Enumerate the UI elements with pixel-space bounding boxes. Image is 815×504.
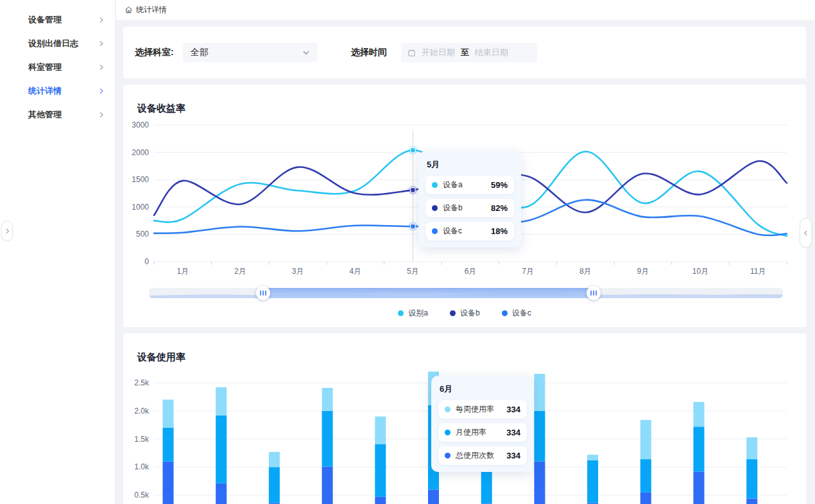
legend-item[interactable]: 设备b bbox=[450, 308, 480, 319]
dept-select[interactable]: 全部 bbox=[183, 43, 318, 62]
tooltip-row: 设备c18% bbox=[425, 222, 514, 240]
sidebar-expand-handle[interactable] bbox=[1, 221, 13, 241]
bar-segment-每周使用率 bbox=[269, 452, 280, 467]
tooltip-series-name: 月使用率 bbox=[456, 427, 486, 438]
x-axis-label: 4月 bbox=[349, 267, 361, 276]
chevron-right-icon bbox=[98, 17, 105, 23]
bar-segment-月使用率 bbox=[269, 467, 280, 503]
y-axis-label: 0.5k bbox=[134, 491, 150, 500]
bar-segment-月使用率 bbox=[481, 470, 492, 504]
highlight-dot bbox=[410, 224, 415, 229]
y-axis-label: 1000 bbox=[132, 203, 149, 212]
bar-segment-月使用率 bbox=[163, 428, 174, 462]
sidebar-item-label: 设备管理 bbox=[28, 14, 98, 26]
bar-segment-每周使用率 bbox=[322, 388, 333, 411]
y-axis-label: 1.5k bbox=[134, 435, 150, 444]
bar-segment-总使用次数 bbox=[694, 471, 705, 504]
chevron-down-icon bbox=[302, 49, 310, 56]
tooltip-series-name: 总使用次数 bbox=[456, 450, 494, 461]
bar-segment-每周使用率 bbox=[587, 455, 598, 460]
legend-item[interactable]: 设别a bbox=[398, 308, 428, 319]
highlight-dot bbox=[410, 187, 415, 192]
tooltip-row: 设备b82% bbox=[425, 199, 514, 217]
chevron-right-icon bbox=[98, 40, 105, 47]
x-axis-label: 3月 bbox=[292, 267, 304, 276]
y-axis-label: 2000 bbox=[132, 148, 149, 157]
tooltip-series-value: 59% bbox=[491, 180, 508, 190]
panel-collapse-handle[interactable] bbox=[800, 218, 812, 248]
range-separator: 至 bbox=[461, 47, 469, 58]
x-axis-label: 1月 bbox=[176, 267, 189, 276]
tooltip-row: 总使用次数334 bbox=[438, 446, 527, 465]
breadcrumb-bar: 统计详情 bbox=[116, 0, 815, 20]
filter-panel: 选择科室: 全部 选择时间 开始日期 至 结束日期 bbox=[123, 27, 806, 78]
y-axis-label: 3000 bbox=[132, 121, 149, 130]
legend-dot-icon bbox=[398, 310, 404, 316]
breadcrumb[interactable]: 统计详情 bbox=[124, 4, 167, 15]
series-dot-icon bbox=[445, 453, 450, 458]
datazoom-handle-left[interactable] bbox=[256, 286, 270, 300]
legend-dot-icon bbox=[450, 310, 456, 316]
y-axis-label: 2.5k bbox=[134, 378, 150, 387]
bar-segment-总使用次数 bbox=[746, 498, 757, 504]
sidebar-item-4[interactable]: 其他管理 bbox=[0, 103, 115, 126]
bar-segment-总使用次数 bbox=[640, 492, 651, 504]
line-chart-tooltip: 5月 设备a59%设备b82%设备c18% bbox=[418, 151, 521, 248]
tooltip-title: 5月 bbox=[427, 159, 514, 171]
legend-label: 设别a bbox=[408, 308, 428, 319]
sidebar-item-3[interactable]: 统计详情 bbox=[0, 79, 115, 103]
series-dot-icon bbox=[445, 430, 450, 435]
bar-segment-每周使用率 bbox=[216, 387, 227, 416]
sidebar-item-0[interactable]: 设备管理 bbox=[0, 8, 115, 31]
y-axis-label: 1.0k bbox=[134, 462, 150, 471]
date-range-picker[interactable]: 开始日期 至 结束日期 bbox=[401, 43, 537, 62]
bar-chart-tooltip: 6月 每周使用率334月使用率334总使用次数334 bbox=[431, 376, 534, 472]
bar-segment-每周使用率 bbox=[694, 402, 705, 427]
datazoom-selected-range[interactable] bbox=[263, 288, 594, 298]
bar-segment-总使用次数 bbox=[534, 462, 545, 504]
chevron-right-icon bbox=[98, 88, 105, 94]
bar-segment-每周使用率 bbox=[746, 437, 757, 459]
bar-segment-月使用率 bbox=[694, 426, 705, 471]
x-axis-label: 9月 bbox=[637, 267, 649, 276]
bar-segment-月使用率 bbox=[746, 459, 757, 498]
tooltip-row: 月使用率334 bbox=[438, 423, 527, 442]
usage-chart-card: 设备使用率 2.5k2.0k1.5k1.0k0.5k 6月 每周使用率334月使… bbox=[123, 333, 806, 504]
tooltip-series-value: 334 bbox=[506, 405, 520, 414]
highlight-dot bbox=[410, 147, 415, 153]
tooltip-row: 设备a59% bbox=[425, 176, 514, 194]
tooltip-series-value: 334 bbox=[506, 451, 520, 460]
chevron-right-icon bbox=[98, 112, 105, 118]
tooltip-series-value: 82% bbox=[491, 203, 508, 213]
bar-segment-每周使用率 bbox=[640, 420, 651, 459]
datazoom-slider[interactable] bbox=[149, 288, 783, 298]
sidebar: 设备管理设别出借日志科室管理统计详情其他管理 bbox=[0, 0, 116, 504]
bar-segment-总使用次数 bbox=[428, 489, 439, 504]
legend-item[interactable]: 设备c bbox=[502, 308, 531, 319]
start-date-input[interactable]: 开始日期 bbox=[422, 47, 455, 58]
series-dot-icon bbox=[432, 228, 438, 234]
dept-filter-label: 选择科室: bbox=[135, 47, 174, 58]
x-axis-label: 8月 bbox=[579, 267, 592, 276]
legend-label: 设备c bbox=[512, 308, 531, 319]
chevron-right-icon bbox=[98, 64, 105, 71]
sidebar-item-2[interactable]: 科室管理 bbox=[0, 55, 115, 79]
bar-segment-月使用率 bbox=[322, 411, 333, 467]
tooltip-series-name: 设备a bbox=[443, 180, 463, 190]
series-dot-icon bbox=[445, 407, 450, 412]
bar-segment-总使用次数 bbox=[375, 497, 386, 504]
revenue-chart-card: 设备收益率 300020001500100050001月2月3月4月5月6月7月… bbox=[123, 85, 806, 327]
tooltip-row: 每周使用率334 bbox=[438, 400, 527, 419]
sidebar-item-1[interactable]: 设别出借日志 bbox=[0, 31, 115, 55]
series-dot-icon bbox=[432, 205, 438, 211]
end-date-input[interactable]: 结束日期 bbox=[475, 47, 508, 58]
bar-segment-总使用次数 bbox=[322, 467, 333, 504]
tooltip-series-name: 设备c bbox=[443, 226, 462, 237]
y-axis-label: 0 bbox=[144, 257, 149, 266]
y-axis-label: 1500 bbox=[132, 175, 149, 184]
sidebar-menu: 设备管理设别出借日志科室管理统计详情其他管理 bbox=[0, 8, 115, 126]
calendar-icon bbox=[408, 49, 416, 57]
tooltip-series-name: 每周使用率 bbox=[456, 404, 494, 415]
bar-segment-月使用率 bbox=[587, 460, 598, 503]
datazoom-handle-right[interactable] bbox=[587, 286, 601, 300]
